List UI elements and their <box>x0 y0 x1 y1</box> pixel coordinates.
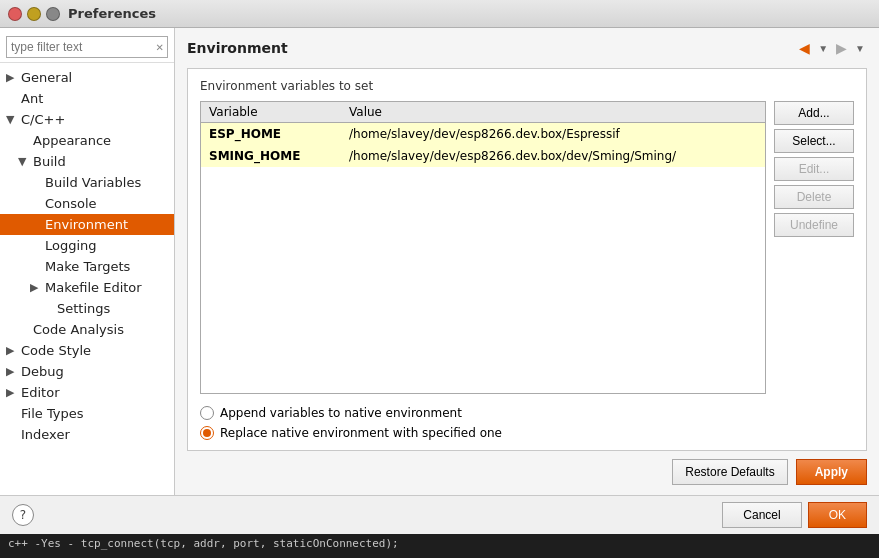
sidebar-item-editor[interactable]: ▶ Editor <box>0 382 174 403</box>
sidebar: ✕ ▶ General Ant ▼ C/C++ Appearance ▼ <box>0 28 175 495</box>
filter-input[interactable] <box>6 36 168 58</box>
main-layout: ✕ ▶ General Ant ▼ C/C++ Appearance ▼ <box>0 28 879 558</box>
sidebar-item-label: Build Variables <box>45 175 141 190</box>
nav-back-button[interactable]: ◀ <box>795 38 814 58</box>
sidebar-item-make-targets[interactable]: Make Targets <box>0 256 174 277</box>
delete-button[interactable]: Delete <box>774 185 854 209</box>
content-area: ✕ ▶ General Ant ▼ C/C++ Appearance ▼ <box>0 28 879 495</box>
nav-back-dropdown[interactable]: ▼ <box>816 41 830 56</box>
var-value: /home/slavey/dev/esp8266.dev.box/dev/Smi… <box>341 145 765 167</box>
undefine-button[interactable]: Undefine <box>774 213 854 237</box>
sidebar-item-build-variables[interactable]: Build Variables <box>0 172 174 193</box>
sidebar-item-label: Console <box>45 196 97 211</box>
chevron-right-icon: ▶ <box>30 281 42 294</box>
terminal-strip: c++ -Yes - tcp_connect(tcp, addr, port, … <box>0 534 879 558</box>
sidebar-item-general[interactable]: ▶ General <box>0 67 174 88</box>
sidebar-item-label: Debug <box>21 364 64 379</box>
minimize-button[interactable] <box>27 7 41 21</box>
sidebar-item-settings[interactable]: Settings <box>0 298 174 319</box>
sidebar-item-c-cpp[interactable]: ▼ C/C++ <box>0 109 174 130</box>
titlebar: Preferences <box>0 0 879 28</box>
env-content: Variable Value ESP_HOME /home/slavey/dev… <box>200 101 854 394</box>
action-bar: ? Cancel OK <box>0 495 879 534</box>
sidebar-item-environment[interactable]: Environment <box>0 214 174 235</box>
sidebar-item-build[interactable]: ▼ Build <box>0 151 174 172</box>
env-section: Environment variables to set Variable Va… <box>187 68 867 451</box>
cancel-button[interactable]: Cancel <box>722 502 801 528</box>
sidebar-item-label: Make Targets <box>45 259 130 274</box>
sidebar-item-label: Code Analysis <box>33 322 124 337</box>
env-section-title: Environment variables to set <box>200 79 854 93</box>
sidebar-item-label: Logging <box>45 238 97 253</box>
env-table-wrapper: Variable Value ESP_HOME /home/slavey/dev… <box>200 101 766 394</box>
env-buttons: Add... Select... Edit... Delete Undefine <box>774 101 854 394</box>
sidebar-item-label: C/C++ <box>21 112 65 127</box>
env-table: Variable Value ESP_HOME /home/slavey/dev… <box>201 102 765 167</box>
sidebar-item-label: General <box>21 70 72 85</box>
sidebar-item-code-analysis[interactable]: Code Analysis <box>0 319 174 340</box>
dialog-buttons: Cancel OK <box>722 502 867 528</box>
sidebar-item-ant[interactable]: Ant <box>0 88 174 109</box>
var-name: SMING_HOME <box>201 145 341 167</box>
var-name: ESP_HOME <box>201 123 341 146</box>
chevron-right-icon: ▶ <box>6 386 18 399</box>
filter-wrapper: ✕ <box>6 36 168 58</box>
chevron-right-icon: ▶ <box>6 365 18 378</box>
sidebar-item-label: Ant <box>21 91 43 106</box>
sidebar-item-appearance[interactable]: Appearance <box>0 130 174 151</box>
sidebar-item-label: Indexer <box>21 427 70 442</box>
col-variable: Variable <box>201 102 341 123</box>
radio-replace[interactable]: Replace native environment with specifie… <box>200 426 854 440</box>
main-panel: Environment ◀ ▼ ▶ ▼ Environment variable… <box>175 28 879 495</box>
terminal-text: c++ -Yes - tcp_connect(tcp, addr, port, … <box>8 537 399 550</box>
help-button[interactable]: ? <box>12 504 34 526</box>
window-controls <box>8 7 60 21</box>
sidebar-item-makefile-editor[interactable]: ▶ Makefile Editor <box>0 277 174 298</box>
var-value: /home/slavey/dev/esp8266.dev.box/Espress… <box>341 123 765 146</box>
sidebar-item-file-types[interactable]: File Types <box>0 403 174 424</box>
filter-box: ✕ <box>0 32 174 63</box>
radio-section: Append variables to native environment R… <box>200 406 854 440</box>
nav-forward-dropdown[interactable]: ▼ <box>853 41 867 56</box>
select-button[interactable]: Select... <box>774 129 854 153</box>
sidebar-item-logging[interactable]: Logging <box>0 235 174 256</box>
chevron-down-icon: ▼ <box>18 155 30 168</box>
sidebar-item-label: Code Style <box>21 343 91 358</box>
col-value: Value <box>341 102 765 123</box>
panel-header: Environment ◀ ▼ ▶ ▼ <box>187 38 867 58</box>
sidebar-item-label: File Types <box>21 406 84 421</box>
apply-button[interactable]: Apply <box>796 459 867 485</box>
radio-replace-circle <box>200 426 214 440</box>
sidebar-item-debug[interactable]: ▶ Debug <box>0 361 174 382</box>
radio-replace-label: Replace native environment with specifie… <box>220 426 502 440</box>
panel-title: Environment <box>187 40 288 56</box>
ok-button[interactable]: OK <box>808 502 867 528</box>
sidebar-item-label: Environment <box>45 217 128 232</box>
restore-defaults-button[interactable]: Restore Defaults <box>672 459 787 485</box>
sidebar-item-indexer[interactable]: Indexer <box>0 424 174 445</box>
sidebar-item-label: Build <box>33 154 66 169</box>
sidebar-item-label: Settings <box>57 301 110 316</box>
radio-append[interactable]: Append variables to native environment <box>200 406 854 420</box>
close-button[interactable] <box>8 7 22 21</box>
table-row[interactable]: ESP_HOME /home/slavey/dev/esp8266.dev.bo… <box>201 123 765 146</box>
sidebar-item-label: Editor <box>21 385 59 400</box>
filter-clear-icon[interactable]: ✕ <box>156 42 164 53</box>
nav-forward-button[interactable]: ▶ <box>832 38 851 58</box>
radio-append-circle <box>200 406 214 420</box>
nav-buttons: ◀ ▼ ▶ ▼ <box>795 38 867 58</box>
chevron-right-icon: ▶ <box>6 71 18 84</box>
maximize-button[interactable] <box>46 7 60 21</box>
sidebar-item-console[interactable]: Console <box>0 193 174 214</box>
chevron-right-icon: ▶ <box>6 344 18 357</box>
chevron-down-icon: ▼ <box>6 113 18 126</box>
edit-button[interactable]: Edit... <box>774 157 854 181</box>
radio-append-label: Append variables to native environment <box>220 406 462 420</box>
add-button[interactable]: Add... <box>774 101 854 125</box>
sidebar-item-label: Makefile Editor <box>45 280 142 295</box>
sidebar-item-code-style[interactable]: ▶ Code Style <box>0 340 174 361</box>
table-row[interactable]: SMING_HOME /home/slavey/dev/esp8266.dev.… <box>201 145 765 167</box>
window-title: Preferences <box>68 6 156 21</box>
sidebar-item-label: Appearance <box>33 133 111 148</box>
help-icon: ? <box>20 508 26 522</box>
